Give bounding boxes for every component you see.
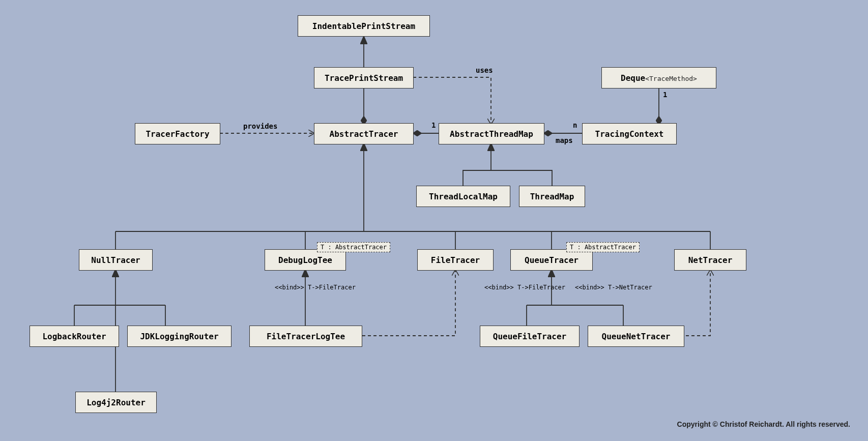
node-file-tracer-log-tee: FileTracerLogTee xyxy=(249,326,362,347)
node-label: IndentablePrintStream xyxy=(312,21,415,31)
node-label: ThreadMap xyxy=(530,192,574,201)
node-label: JDKLoggingRouter xyxy=(140,332,218,341)
node-abstract-tracer: AbstractTracer xyxy=(314,123,414,144)
node-null-tracer: NullTracer xyxy=(79,249,153,271)
node-logback-router: LogbackRouter xyxy=(30,326,119,347)
node-tracer-factory: TracerFactory xyxy=(135,123,220,144)
node-label: TracePrintStream xyxy=(325,73,403,83)
label-one-a: 1 xyxy=(431,121,436,129)
node-jdk-logging-router: JDKLoggingRouter xyxy=(127,326,232,347)
node-label: ThreadLocalMap xyxy=(429,192,498,201)
node-label: AbstractThreadMap xyxy=(450,129,533,139)
node-indentable-print-stream: IndentablePrintStream xyxy=(298,15,430,37)
node-net-tracer: NetTracer xyxy=(674,249,746,271)
node-label: NetTracer xyxy=(688,255,733,265)
copyright-text: Copyright © Christof Reichardt. All righ… xyxy=(677,420,850,428)
label-one-b: 1 xyxy=(663,91,667,99)
node-tracing-context: TracingContext xyxy=(582,123,677,144)
label-bind-nt: <<bind>> T->NetTracer xyxy=(575,284,652,291)
node-label: QueueNetTracer xyxy=(602,332,671,341)
node-label: TracingContext xyxy=(595,129,664,139)
node-label: LogbackRouter xyxy=(42,332,106,341)
label-provides: provides xyxy=(243,122,277,130)
node-trace-print-stream: TracePrintStream xyxy=(314,67,414,89)
node-queue-file-tracer: QueueFileTracer xyxy=(480,326,580,347)
node-queue-net-tracer: QueueNetTracer xyxy=(588,326,684,347)
label-bind-ft1: <<bind>> T->FileTracer xyxy=(275,284,356,291)
node-label: Deque<TraceMethod> xyxy=(621,73,697,83)
node-queue-tracer: QueueTracer xyxy=(510,249,593,271)
label-maps: maps xyxy=(556,136,573,144)
label-n: n xyxy=(573,121,577,129)
node-label: FileTracerLogTee xyxy=(267,332,345,341)
node-label: QueueTracer xyxy=(525,255,578,265)
node-label: QueueFileTracer xyxy=(493,332,567,341)
node-label: DebugLogTee xyxy=(278,255,332,265)
node-deque: Deque<TraceMethod> xyxy=(601,67,716,89)
node-label: TracerFactory xyxy=(146,129,209,139)
node-label: NullTracer xyxy=(91,255,140,265)
label-bind-ft2: <<bind>> T->FileTracer xyxy=(484,284,565,291)
template-debug-log-tee: T : AbstractTracer xyxy=(317,242,390,252)
label-uses: uses xyxy=(476,66,493,74)
template-queue-tracer: T : AbstractTracer xyxy=(566,242,640,252)
node-file-tracer: FileTracer xyxy=(417,249,494,271)
node-debug-log-tee: DebugLogTee xyxy=(265,249,346,271)
node-abstract-thread-map: AbstractThreadMap xyxy=(439,123,544,144)
node-log4j2-router: Log4j2Router xyxy=(75,392,157,413)
node-label: Log4j2Router xyxy=(86,398,146,407)
node-thread-map: ThreadMap xyxy=(519,186,585,207)
node-label: AbstractTracer xyxy=(330,129,398,139)
node-label: FileTracer xyxy=(431,255,480,265)
node-thread-local-map: ThreadLocalMap xyxy=(416,186,510,207)
